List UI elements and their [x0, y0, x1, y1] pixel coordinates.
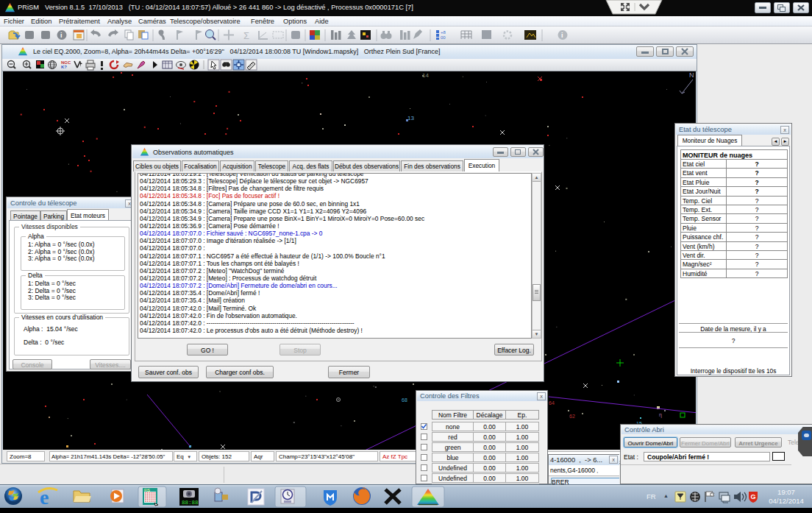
svg-text:68: 68: [402, 397, 407, 403]
svg-text:G: G: [751, 493, 756, 500]
svg-text:64: 64: [549, 400, 555, 406]
svg-text:88:88: 88:88: [182, 500, 199, 506]
svg-text:K?: K?: [61, 65, 67, 69]
svg-text:i: i: [561, 32, 563, 39]
svg-text:N: N: [689, 71, 694, 79]
svg-text:FIS: FIS: [144, 488, 150, 492]
svg-text:i: i: [60, 32, 63, 39]
svg-text:62: 62: [569, 414, 575, 419]
svg-text:13: 13: [407, 115, 414, 121]
svg-text:Σ: Σ: [243, 30, 249, 41]
svg-text:00: 00: [441, 35, 446, 40]
svg-text:14: 14: [422, 72, 429, 79]
svg-text:+8: +8: [441, 30, 446, 35]
svg-text:η: η: [659, 412, 662, 418]
